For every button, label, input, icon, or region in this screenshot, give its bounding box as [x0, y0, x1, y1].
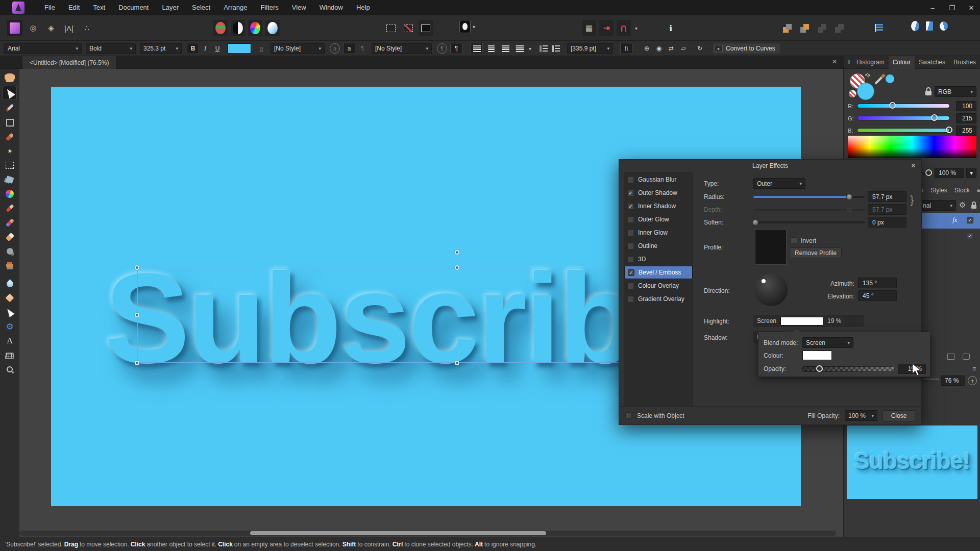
shadow-colour-swatch[interactable] — [802, 350, 832, 360]
layer-fx-icon[interactable]: fx — [952, 216, 957, 224]
paint-brush-tool[interactable] — [3, 202, 16, 215]
azimuth-value[interactable]: 135 ° — [858, 278, 897, 288]
effect-row-outer-shadow[interactable]: ✓Outer Shadow — [624, 186, 693, 199]
dodge-brush-tool[interactable] — [3, 244, 16, 258]
menu-file[interactable]: File — [38, 0, 62, 15]
zoom-in-icon[interactable]: + — [968, 376, 977, 385]
menu-layer[interactable]: Layer — [155, 0, 185, 15]
assistant-icon[interactable]: ℹ — [664, 20, 678, 36]
document-tab[interactable]: <Untitled> [Modified] (76.5%) — [22, 56, 116, 69]
pilcrow-icon[interactable]: ¶ — [356, 43, 369, 54]
order-down-icon[interactable] — [832, 20, 846, 36]
magnet-icon[interactable]: U — [617, 20, 631, 36]
selection-handle[interactable] — [135, 313, 139, 317]
effect-row-outer-glow[interactable]: Outer Glow — [624, 213, 693, 226]
align-right-button[interactable] — [499, 43, 511, 54]
effect-checkbox[interactable] — [627, 230, 634, 236]
cycle-selection-icon[interactable]: ↻ — [694, 43, 706, 54]
slider-value[interactable]: 100 — [956, 101, 976, 111]
pixel-persona-icon[interactable]: ◎ — [26, 20, 40, 36]
none-swatch-small[interactable] — [849, 90, 856, 97]
marquee-mode-icon[interactable] — [384, 20, 398, 36]
layer-visibility-checkbox[interactable]: ✓ — [967, 217, 973, 223]
opacity-slider-handle[interactable] — [925, 169, 932, 176]
slider-track[interactable] — [857, 104, 950, 108]
snap-slash-icon[interactable] — [401, 20, 415, 36]
share-icon[interactable]: ∴ — [80, 20, 94, 36]
menu-document[interactable]: Document — [112, 0, 155, 15]
panel-footer-icon[interactable] — [947, 354, 954, 360]
paragraph-panel-icon[interactable]: ¶ — [450, 43, 462, 54]
crop-tool[interactable] — [3, 116, 16, 129]
bold-button[interactable]: B — [187, 43, 199, 54]
soften-value[interactable]: 0 px — [868, 217, 906, 228]
font-weight-select[interactable]: Bold▾ — [86, 43, 136, 54]
direction-ball[interactable] — [755, 273, 788, 306]
show-selection-icon[interactable]: ◉ — [653, 43, 665, 54]
gradient-ellipse-icon[interactable] — [265, 20, 280, 36]
horizontal-scrollbar[interactable] — [19, 531, 836, 536]
chevron-down-icon[interactable]: ▾ — [529, 46, 531, 52]
zoom-level-value[interactable]: 76 % — [941, 375, 965, 386]
panel-menu-icon[interactable]: ≡ — [977, 187, 980, 194]
effect-row-3d[interactable]: 3D — [624, 253, 693, 266]
grid-icon[interactable]: ▦ — [582, 20, 596, 36]
menu-arrange[interactable]: Arrange — [217, 0, 254, 15]
tab-close-icon[interactable]: ✕ — [832, 58, 837, 65]
node-tool[interactable] — [3, 306, 16, 319]
colour-spectrum[interactable] — [848, 136, 976, 158]
convert-to-curves-button[interactable]: ▸ Convert to Curves — [712, 43, 781, 54]
mesh-warp-tool[interactable] — [3, 348, 16, 362]
layer-row-selected[interactable]: fx ✓ — [921, 213, 980, 229]
layer-opacity-value[interactable]: 100 % — [935, 168, 964, 178]
tab-brushes[interactable]: Brushes — [949, 56, 980, 69]
pixel-align-icon[interactable]: ⇥ — [599, 20, 614, 36]
colour-mode-select[interactable]: RGB▾ — [935, 86, 976, 97]
chevron-down-icon[interactable]: ▾ — [635, 26, 638, 31]
bullet-list-icon[interactable] — [537, 43, 550, 54]
fill-opacity-select[interactable]: 100 %▾ — [845, 410, 877, 421]
tab-swatches[interactable]: Swatches — [915, 56, 949, 69]
lock-icon[interactable] — [970, 201, 977, 209]
align-left-button[interactable] — [471, 43, 483, 54]
effect-checkbox[interactable] — [627, 283, 634, 289]
dialog-close-icon[interactable]: ✕ — [911, 162, 916, 169]
bracket-select-icon[interactable] — [419, 20, 433, 36]
profile-curve-box[interactable] — [755, 229, 787, 265]
order-front-icon[interactable] — [780, 20, 794, 36]
menu-text[interactable]: Text — [86, 0, 112, 15]
tab-colour[interactable]: Colour — [889, 56, 915, 69]
move-tool[interactable] — [3, 86, 16, 99]
app-logo-icon[interactable] — [7, 20, 22, 36]
effect-row-inner-shadow[interactable]: ✓Inner Shadow — [624, 199, 693, 213]
slider-handle[interactable] — [931, 114, 938, 121]
split-view-icon[interactable] — [910, 20, 921, 32]
view-tool[interactable] — [3, 72, 16, 85]
slider-track[interactable] — [857, 128, 950, 133]
opacity-dropdown-icon[interactable]: ▾ — [966, 168, 976, 178]
transform-box-icon[interactable]: ▱ — [677, 43, 690, 54]
single-view-icon[interactable] — [924, 20, 935, 32]
effect-row-bevel-emboss[interactable]: ✓Bevel / Emboss — [624, 266, 693, 279]
text-colour-swatch[interactable] — [228, 43, 251, 54]
layer-row[interactable]: ✓ — [921, 229, 980, 244]
mirror-icon[interactable]: |Ʌ| — [62, 20, 76, 36]
shape-preset-icon[interactable] — [459, 20, 471, 33]
slider-value[interactable]: 255 — [956, 126, 976, 136]
minimize-button[interactable]: – — [928, 4, 937, 12]
sharpen-brush-tool[interactable] — [3, 291, 16, 305]
blur-brush-tool[interactable] — [3, 277, 16, 290]
scale-with-object-checkbox[interactable] — [625, 412, 632, 419]
export-persona-icon[interactable]: ◈ — [44, 20, 58, 36]
close-button[interactable]: ✕ — [967, 4, 976, 12]
flood-fill-tool[interactable] — [3, 173, 16, 186]
effect-checkbox[interactable]: ✓ — [628, 269, 634, 276]
shadow-opacity-slider[interactable] — [802, 366, 895, 372]
effect-checkbox[interactable]: ✓ — [627, 203, 634, 210]
menu-help[interactable]: Help — [350, 0, 377, 15]
radius-slider-handle[interactable] — [846, 194, 852, 200]
soften-slider-handle[interactable] — [752, 219, 758, 226]
align-icon[interactable] — [872, 20, 886, 36]
slider-handle[interactable] — [889, 102, 896, 109]
panel-menu-icon[interactable]: ≡ — [972, 365, 976, 372]
